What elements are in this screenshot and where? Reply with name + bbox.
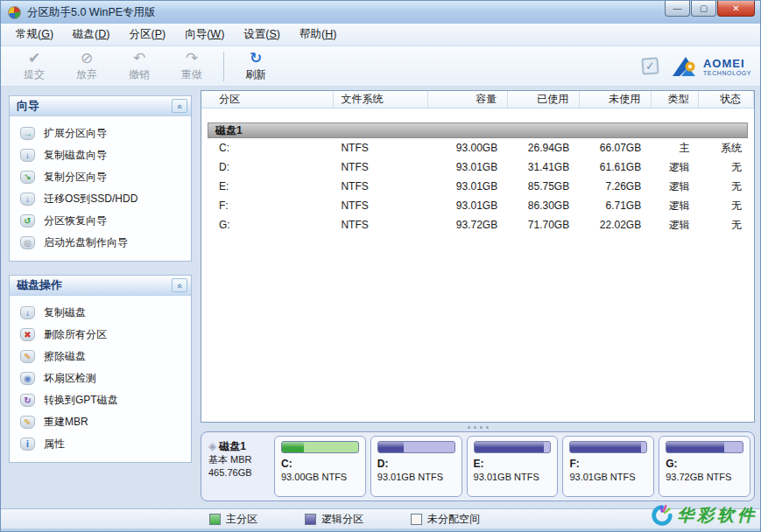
sidebar-item-copy-disk-wizard[interactable]: ↓ 复制磁盘向导 xyxy=(10,144,191,166)
copy-disk-icon: ↓ xyxy=(20,306,35,319)
menu-settings[interactable]: 设置(S) xyxy=(234,24,290,46)
sidebar-item-rebuild-mbr[interactable]: ✎ 重建MBR xyxy=(10,411,191,433)
sidebar-item-properties[interactable]: i 属性 xyxy=(10,433,191,455)
sidebar-item-copy-disk[interactable]: ↓ 复制磁盘 xyxy=(10,302,191,324)
column-used[interactable]: 已使用 xyxy=(508,91,580,108)
logical-partition-swatch xyxy=(305,514,316,525)
maximize-button[interactable]: ▢ xyxy=(691,1,716,17)
sidebar-item-convert-to-gpt[interactable]: ↻ 转换到GPT磁盘 xyxy=(10,389,191,411)
sidebar-item-bootable-cd-wizard[interactable]: ◎ 启动光盘制作向导 xyxy=(10,232,191,254)
extend-partition-wizard-icon: → xyxy=(20,127,35,140)
app-icon xyxy=(8,6,21,19)
title-bar: 分区助手5.0 WinPE专用版 — ▢ ✕ xyxy=(1,1,760,24)
column-filesystem[interactable]: 文件系统 xyxy=(334,91,427,108)
sidebar-item-copy-partition-wizard[interactable]: ↘ 复制分区向导 xyxy=(10,166,191,188)
bootable-cd-wizard-icon: ◎ xyxy=(20,236,35,249)
partition-table: 分区 文件系统 容量 已使用 未使用 类型 状态 磁盘1 C: NTFS 93.… xyxy=(201,90,755,423)
commit-icon: ✔ xyxy=(28,51,40,66)
usage-bar xyxy=(666,441,743,453)
sidebar-item-extend-partition-wizard[interactable]: → 扩展分区向导 xyxy=(10,122,191,144)
sidebar-item-bad-sector-test[interactable]: ◉ 坏扇区检测 xyxy=(10,368,191,389)
window-title: 分区助手5.0 WinPE专用版 xyxy=(27,5,156,20)
menu-wizard[interactable]: 向导(W) xyxy=(175,24,234,46)
wipe-disk-icon: ✎ xyxy=(20,350,35,363)
usage-bar xyxy=(377,441,455,453)
column-capacity[interactable]: 容量 xyxy=(428,91,508,108)
column-partition[interactable]: 分区 xyxy=(201,91,334,108)
redo-button[interactable]: ↷ 重做 xyxy=(166,48,218,85)
partition-block-g[interactable]: G: 93.72GB NTFS xyxy=(659,436,750,497)
aomei-logo: AOMEI TECHNOLOGY xyxy=(671,55,751,78)
rebuild-mbr-icon: ✎ xyxy=(20,416,35,429)
close-button[interactable]: ✕ xyxy=(717,1,755,17)
convert-gpt-icon: ↻ xyxy=(20,394,35,407)
disk-operations-panel: 磁盘操作 « ↓ 复制磁盘 ✖ 删除所有分区 ✎ 擦除磁盘 xyxy=(9,275,192,463)
primary-partition-swatch xyxy=(209,514,221,525)
discard-icon: ⊘ xyxy=(81,51,93,66)
partition-block-d[interactable]: D: 93.01GB NTFS xyxy=(370,436,462,497)
minimize-button[interactable]: — xyxy=(665,1,690,17)
wizards-panel: 向导 « → 扩展分区向导 ↓ 复制磁盘向导 ↘ 复制分区向导 xyxy=(9,95,192,262)
sidebar-item-partition-recovery-wizard[interactable]: ↺ 分区恢复向导 xyxy=(10,210,191,232)
sidebar: 向导 « → 扩展分区向导 ↓ 复制磁盘向导 ↘ 复制分区向导 xyxy=(1,87,201,508)
status-bar: 主分区 逻辑分区 未分配空间 华彩软件 xyxy=(1,508,760,528)
delete-all-partitions-icon: ✖ xyxy=(20,328,35,341)
watermark: 华彩软件 xyxy=(650,503,757,528)
splitter-handle[interactable] xyxy=(201,423,755,431)
redo-icon: ↷ xyxy=(186,51,198,66)
toolbar-separator xyxy=(223,52,224,81)
table-row-g[interactable]: G: NTFS 93.72GB 71.70GB 22.02GB 逻辑 无 xyxy=(201,215,754,234)
collapse-chevron-icon[interactable]: « xyxy=(172,99,187,113)
sidebar-item-delete-all-partitions[interactable]: ✖ 删除所有分区 xyxy=(10,324,191,346)
disk1-info[interactable]: ◈磁盘1 基本 MBR 465.76GB xyxy=(205,436,270,497)
disk-group-header[interactable]: 磁盘1 xyxy=(208,122,748,138)
column-status[interactable]: 状态 xyxy=(699,91,754,108)
partition-block-c[interactable]: C: 93.00GB NTFS xyxy=(274,436,366,497)
table-row-e[interactable]: E: NTFS 93.01GB 85.75GB 7.26GB 逻辑 无 xyxy=(201,177,754,196)
undo-icon: ↶ xyxy=(133,51,145,66)
collapse-chevron-icon[interactable]: « xyxy=(172,278,187,292)
commit-button[interactable]: ✔ 提交 xyxy=(8,48,60,85)
legend-logical: 逻辑分区 xyxy=(305,512,363,527)
watermark-logo-icon xyxy=(650,503,674,528)
legend-unallocated: 未分配空间 xyxy=(411,512,480,527)
usage-bar xyxy=(281,441,359,453)
wizards-panel-header[interactable]: 向导 « xyxy=(10,96,191,116)
table-row-f[interactable]: F: NTFS 93.01GB 86.30GB 6.71GB 逻辑 无 xyxy=(201,196,754,215)
refresh-button[interactable]: ↻ 刷新 xyxy=(229,48,282,85)
toolbar: ✔ 提交 ⊘ 放弃 ↶ 撤销 ↷ 重做 ↻ 刷新 ✓ xyxy=(1,46,760,87)
sidebar-item-migrate-os[interactable]: ↓ 迁移OS到SSD/HDD xyxy=(10,188,191,210)
partition-block-e[interactable]: E: 93.01GB NTFS xyxy=(467,436,559,497)
properties-icon: i xyxy=(20,438,35,451)
column-unused[interactable]: 未使用 xyxy=(580,91,652,108)
menu-partition[interactable]: 分区(P) xyxy=(119,24,175,46)
sidebar-item-wipe-disk[interactable]: ✎ 擦除磁盘 xyxy=(10,346,191,368)
menu-help[interactable]: 帮助(H) xyxy=(290,24,346,46)
undo-button[interactable]: ↶ 撤销 xyxy=(113,48,166,85)
table-row-c[interactable]: C: NTFS 93.00GB 26.94GB 66.07GB 主 系统 xyxy=(201,138,754,158)
copy-disk-wizard-icon: ↓ xyxy=(20,149,35,162)
menu-disk[interactable]: 磁盘(D) xyxy=(63,24,119,46)
disk1-group: ◈磁盘1 基本 MBR 465.76GB C: 93.00GB NTFS D: … xyxy=(201,431,755,501)
checkbox-icon: ✓ xyxy=(641,57,659,74)
disk-icon: ◈ xyxy=(208,440,216,452)
discard-button[interactable]: ⊘ 放弃 xyxy=(60,48,113,85)
menu-general[interactable]: 常规(G) xyxy=(6,24,63,46)
column-type[interactable]: 类型 xyxy=(652,91,699,108)
partition-block-f[interactable]: F: 93.01GB NTFS xyxy=(562,436,654,497)
watermark-text: 华彩软件 xyxy=(677,504,757,527)
usage-bar xyxy=(569,441,647,453)
partition-recovery-wizard-icon: ↺ xyxy=(20,214,35,228)
table-header: 分区 文件系统 容量 已使用 未使用 类型 状态 xyxy=(201,91,754,108)
disk-map: ◈磁盘1 基本 MBR 465.76GB C: 93.00GB NTFS D: … xyxy=(201,431,755,501)
bad-sector-test-icon: ◉ xyxy=(20,372,35,385)
disk-operations-panel-header[interactable]: 磁盘操作 « xyxy=(10,276,191,296)
aomei-logo-icon xyxy=(671,55,699,78)
migrate-os-icon: ↓ xyxy=(20,192,35,206)
table-row-d[interactable]: D: NTFS 93.01GB 31.41GB 61.61GB 逻辑 无 xyxy=(201,158,754,177)
menu-bar: 常规(G) 磁盘(D) 分区(P) 向导(W) 设置(S) 帮助(H) xyxy=(1,24,760,46)
unallocated-swatch xyxy=(411,514,422,525)
usage-bar xyxy=(474,441,552,453)
legend-primary: 主分区 xyxy=(209,512,257,527)
copy-partition-wizard-icon: ↘ xyxy=(20,171,35,184)
